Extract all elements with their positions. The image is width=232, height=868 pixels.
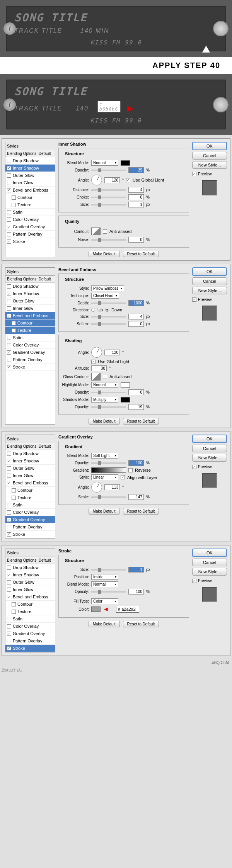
technique-dropdown[interactable]: Chisel Hard	[91, 293, 119, 299]
highlight-opacity-slider[interactable]	[91, 392, 126, 393]
size-input[interactable]: 1	[128, 567, 144, 572]
style-bevel-emboss[interactable]: Bevel and Emboss	[5, 187, 55, 194]
global-light-checkbox[interactable]	[91, 360, 96, 364]
gloss-contour-picker[interactable]	[91, 373, 101, 380]
fill-type-dropdown[interactable]: Color	[91, 598, 118, 604]
preview-checkbox[interactable]	[192, 297, 196, 302]
opacity-input[interactable]: 100	[128, 460, 144, 466]
cancel-button[interactable]: Cancel	[192, 277, 227, 285]
position-dropdown[interactable]: Inside	[91, 574, 118, 580]
style-satin[interactable]: Satin	[5, 615, 55, 623]
style-gradient-overlay[interactable]: Gradient Overlay	[5, 349, 55, 356]
highlight-color-swatch[interactable]	[121, 382, 130, 388]
style-inner-shadow[interactable]: Inner Shadow	[5, 165, 55, 172]
style-gradient-overlay[interactable]: Gradient Overlay	[5, 630, 55, 637]
gradient-style-dropdown[interactable]: Linear	[91, 474, 118, 480]
style-stroke[interactable]: Stroke	[5, 238, 55, 245]
depth-input[interactable]: 1000	[128, 300, 144, 306]
anti-aliased-checkbox[interactable]	[103, 375, 107, 379]
reset-default-button[interactable]: Reset to Default	[123, 508, 159, 515]
cancel-button[interactable]: Cancel	[192, 152, 227, 160]
style-outer-glow[interactable]: Outer Glow	[5, 465, 55, 472]
soften-input[interactable]: 0	[128, 321, 144, 327]
style-contour[interactable]: Contour	[5, 487, 55, 494]
distance-input[interactable]: 4	[128, 187, 144, 193]
tuning-knob[interactable]	[213, 97, 229, 112]
align-checkbox[interactable]	[121, 475, 125, 479]
make-default-button[interactable]: Make Default	[89, 418, 120, 425]
noise-input[interactable]: 0	[128, 237, 144, 243]
reset-default-button[interactable]: Reset to Default	[123, 621, 159, 627]
style-color-overlay[interactable]: Color Overlay	[5, 623, 55, 630]
style-inner-glow[interactable]: Inner Glow	[5, 472, 55, 479]
ok-button[interactable]: OK	[192, 435, 227, 443]
style-pattern-overlay[interactable]: Pattern Overlay	[5, 523, 55, 531]
style-contour[interactable]: Contour	[5, 319, 55, 327]
style-drop-shadow[interactable]: Drop Shadow	[5, 564, 55, 571]
style-stroke[interactable]: Stroke	[5, 645, 55, 652]
altitude-input[interactable]: 30	[91, 365, 107, 371]
style-outer-glow[interactable]: Outer Glow	[5, 579, 55, 586]
new-style-button[interactable]: New Style...	[192, 287, 227, 294]
style-texture[interactable]: Texture	[5, 327, 55, 334]
shadow-mode-dropdown[interactable]: Multiply	[91, 397, 118, 403]
style-inner-glow[interactable]: Inner Glow	[5, 305, 55, 312]
style-outer-glow[interactable]: Outer Glow	[5, 172, 55, 179]
shadow-color-swatch[interactable]	[121, 397, 130, 403]
style-inner-glow[interactable]: Inner Glow	[5, 586, 55, 593]
noise-slider[interactable]	[91, 239, 126, 241]
direction-down-radio[interactable]	[105, 308, 109, 312]
choke-input[interactable]: 0	[128, 194, 144, 200]
style-drop-shadow[interactable]: Drop Shadow	[5, 157, 55, 165]
scale-input[interactable]: 147	[128, 494, 144, 500]
size-slider[interactable]	[91, 204, 126, 206]
size-input[interactable]: 1	[128, 202, 144, 207]
style-satin[interactable]: Satin	[5, 501, 55, 509]
angle-dial[interactable]	[91, 347, 102, 358]
blending-options[interactable]: Blending Options: Default	[5, 150, 55, 157]
ok-button[interactable]: OK	[192, 142, 227, 150]
blend-mode-dropdown[interactable]: Normal	[91, 160, 118, 166]
stroke-color-swatch[interactable]	[91, 606, 101, 612]
new-style-button[interactable]: New Style...	[192, 454, 227, 462]
hex-input[interactable]: # b6b6b6	[97, 101, 121, 112]
cancel-button[interactable]: Cancel	[192, 445, 227, 452]
hex-input[interactable]: # a2a2a2	[116, 606, 139, 613]
style-pattern-overlay[interactable]: Pattern Overlay	[5, 231, 55, 238]
style-color-overlay[interactable]: Color Overlay	[5, 341, 55, 349]
new-style-button[interactable]: New Style...	[192, 568, 227, 576]
style-texture[interactable]: Texture	[5, 494, 55, 501]
style-color-overlay[interactable]: Color Overlay	[5, 216, 55, 223]
make-default-button[interactable]: Make Default	[89, 621, 120, 627]
style-drop-shadow[interactable]: Drop Shadow	[5, 283, 55, 290]
reset-default-button[interactable]: Reset to Default	[123, 418, 159, 425]
style-gradient-overlay[interactable]: Gradient Overlay	[5, 516, 55, 523]
new-style-button[interactable]: New Style...	[192, 161, 227, 169]
choke-slider[interactable]	[91, 197, 126, 198]
highlight-mode-dropdown[interactable]: Normal	[91, 382, 118, 388]
angle-input[interactable]: 113	[104, 484, 120, 490]
make-default-button[interactable]: Make Default	[89, 508, 120, 515]
scale-slider[interactable]	[91, 496, 126, 498]
angle-input[interactable]: 120	[104, 350, 120, 355]
direction-up-radio[interactable]	[91, 308, 95, 312]
gradient-picker[interactable]	[91, 467, 126, 473]
angle-dial[interactable]	[91, 175, 102, 185]
style-satin[interactable]: Satin	[5, 334, 55, 341]
style-stroke[interactable]: Stroke	[5, 364, 55, 371]
style-satin[interactable]: Satin	[5, 209, 55, 216]
opacity-slider[interactable]	[91, 170, 126, 171]
opacity-slider[interactable]	[91, 591, 126, 593]
cancel-button[interactable]: Cancel	[192, 559, 227, 566]
style-inner-glow[interactable]: Inner Glow	[5, 179, 55, 187]
preview-checkbox[interactable]	[192, 172, 196, 176]
highlight-opacity-input[interactable]: 0	[128, 389, 144, 395]
shadow-opacity-slider[interactable]	[91, 406, 126, 408]
opacity-input[interactable]: 100	[128, 589, 144, 595]
style-inner-shadow[interactable]: Inner Shadow	[5, 457, 55, 465]
preview-checkbox[interactable]	[192, 579, 196, 583]
style-stroke[interactable]: Stroke	[5, 531, 55, 538]
soften-slider[interactable]	[91, 323, 126, 325]
preview-checkbox[interactable]	[192, 465, 196, 469]
style-bevel-emboss[interactable]: Bevel and Emboss	[5, 312, 55, 319]
